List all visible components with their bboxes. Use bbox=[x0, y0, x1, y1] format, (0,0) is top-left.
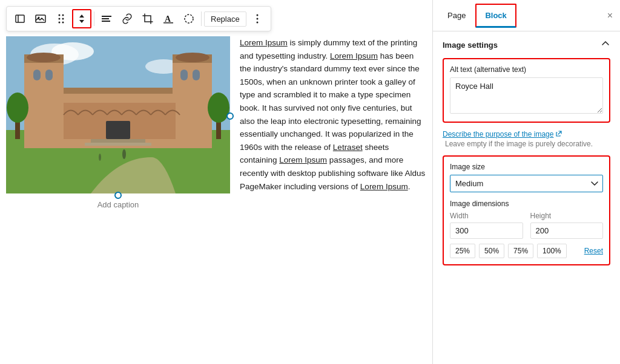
letraset-link[interactable]: Letraset bbox=[333, 143, 363, 152]
lorem-ipsum-link-2[interactable]: Lorem Ipsum bbox=[330, 51, 378, 60]
svg-point-45 bbox=[122, 149, 126, 159]
svg-point-6 bbox=[59, 18, 61, 20]
svg-rect-38 bbox=[106, 121, 130, 139]
content-area: Add caption Lorem Ipsum is simply dummy … bbox=[0, 36, 432, 364]
describe-row: Describe the purpose of the image Leave … bbox=[443, 130, 610, 148]
percent-100-btn[interactable]: 100% bbox=[537, 244, 567, 258]
tab-block-label: Block bbox=[485, 11, 506, 20]
svg-rect-27 bbox=[24, 60, 64, 124]
toolbar-divider-1 bbox=[94, 11, 94, 26]
svg-point-8 bbox=[59, 22, 61, 24]
describe-link[interactable]: Describe the purpose of the image bbox=[443, 130, 553, 138]
block-toolbar: A Replace bbox=[6, 6, 271, 31]
toolbar-divider-2 bbox=[201, 11, 202, 26]
svg-rect-11 bbox=[102, 18, 109, 19]
image-size-select[interactable]: Thumbnail Medium Large Full Size bbox=[450, 175, 603, 192]
text-column: Lorem Ipsum is simply dummy text of the … bbox=[240, 36, 426, 358]
image-settings-title: Image settings bbox=[443, 41, 498, 50]
svg-point-4 bbox=[59, 15, 61, 16]
tab-block[interactable]: Block bbox=[475, 4, 516, 28]
describe-note: Leave empty if the image is purely decor… bbox=[445, 140, 593, 148]
percent-row: 25% 50% 75% 100% Reset bbox=[450, 244, 603, 258]
svg-point-18 bbox=[256, 22, 258, 24]
drag-handle-btn[interactable] bbox=[51, 9, 71, 28]
lorem-ipsum-link-3[interactable]: Lorem Ipsum bbox=[279, 155, 327, 164]
svg-rect-10 bbox=[102, 16, 111, 17]
dimensions-section: Image dimensions Width Height 25% 50% 75… bbox=[450, 200, 603, 258]
alt-text-box: Alt text (alternative text) Royce Hall bbox=[443, 58, 610, 123]
image-wrapper bbox=[6, 36, 230, 195]
svg-point-5 bbox=[62, 15, 64, 16]
image-dimensions-label: Image dimensions bbox=[450, 200, 603, 208]
svg-point-7 bbox=[62, 18, 64, 20]
resize-handle-right[interactable] bbox=[226, 112, 234, 120]
svg-point-31 bbox=[27, 53, 61, 62]
text-overlay-btn[interactable]: A bbox=[159, 9, 178, 28]
select-circle-btn[interactable] bbox=[179, 9, 199, 28]
svg-rect-12 bbox=[102, 21, 110, 22]
dimension-inputs-row: Width Height bbox=[450, 212, 603, 239]
svg-rect-36 bbox=[193, 70, 200, 80]
percent-25-btn[interactable]: 25% bbox=[450, 244, 475, 258]
image-column: Add caption bbox=[6, 36, 230, 358]
link-btn[interactable] bbox=[117, 9, 137, 28]
svg-point-42 bbox=[7, 93, 28, 123]
height-field: Height bbox=[530, 212, 604, 239]
royce-hall-image bbox=[6, 36, 230, 193]
move-updown-btn[interactable] bbox=[72, 9, 91, 28]
svg-text:A: A bbox=[165, 15, 171, 24]
svg-rect-0 bbox=[16, 15, 24, 22]
svg-point-15 bbox=[185, 15, 193, 23]
image-size-label: Image size bbox=[450, 163, 603, 171]
sidebar: Page Block × Image settings Alt text (al… bbox=[432, 0, 620, 364]
sidebar-content: Image settings Alt text (alternative tex… bbox=[433, 31, 620, 364]
reset-btn[interactable]: Reset bbox=[584, 247, 603, 255]
toggle-sidebar-btn[interactable] bbox=[10, 9, 30, 28]
svg-point-17 bbox=[256, 18, 258, 20]
svg-rect-40 bbox=[85, 143, 151, 146]
width-label: Width bbox=[450, 212, 523, 220]
svg-point-9 bbox=[62, 22, 64, 24]
tab-page[interactable]: Page bbox=[438, 2, 475, 30]
section-collapse-btn[interactable] bbox=[601, 39, 610, 51]
crop-btn[interactable] bbox=[138, 9, 157, 28]
sidebar-tabs: Page Block × bbox=[433, 0, 620, 31]
svg-point-46 bbox=[99, 154, 101, 161]
svg-point-44 bbox=[208, 93, 229, 123]
more-options-btn[interactable] bbox=[248, 9, 267, 28]
width-field: Width bbox=[450, 212, 523, 239]
editor-area: A Replace bbox=[0, 0, 432, 364]
alt-text-label: Alt text (alternative text) bbox=[450, 65, 603, 74]
percent-50-btn[interactable]: 50% bbox=[479, 244, 504, 258]
lorem-ipsum-link-4[interactable]: Lorem Ipsum bbox=[360, 182, 408, 191]
svg-rect-33 bbox=[33, 70, 41, 80]
resize-handle-bottom[interactable] bbox=[114, 192, 122, 199]
image-size-box: Image size Thumbnail Medium Large Full S… bbox=[443, 155, 610, 265]
add-caption[interactable]: Add caption bbox=[6, 200, 230, 209]
svg-rect-14 bbox=[163, 22, 173, 24]
lorem-ipsum-link-1[interactable]: Lorem Ipsum bbox=[240, 38, 288, 47]
svg-point-16 bbox=[256, 15, 258, 16]
height-label: Height bbox=[530, 212, 604, 220]
image-settings-header: Image settings bbox=[443, 39, 610, 51]
alt-text-input[interactable]: Royce Hall bbox=[450, 77, 603, 114]
svg-rect-39 bbox=[91, 139, 145, 143]
close-sidebar-btn[interactable]: × bbox=[605, 8, 615, 24]
svg-rect-29 bbox=[173, 60, 212, 124]
height-input[interactable] bbox=[530, 223, 604, 239]
external-link-icon bbox=[556, 131, 562, 138]
svg-point-32 bbox=[176, 53, 209, 62]
align-btn[interactable] bbox=[97, 9, 116, 28]
width-input[interactable] bbox=[450, 223, 523, 239]
replace-btn[interactable]: Replace bbox=[204, 11, 246, 27]
percent-75-btn[interactable]: 75% bbox=[508, 244, 533, 258]
svg-rect-34 bbox=[45, 70, 53, 80]
svg-rect-35 bbox=[180, 70, 188, 80]
lorem-text: Lorem Ipsum is simply dummy text of the … bbox=[240, 36, 426, 193]
size-select-wrapper: Thumbnail Medium Large Full Size bbox=[450, 175, 603, 192]
image-btn[interactable] bbox=[31, 9, 50, 28]
